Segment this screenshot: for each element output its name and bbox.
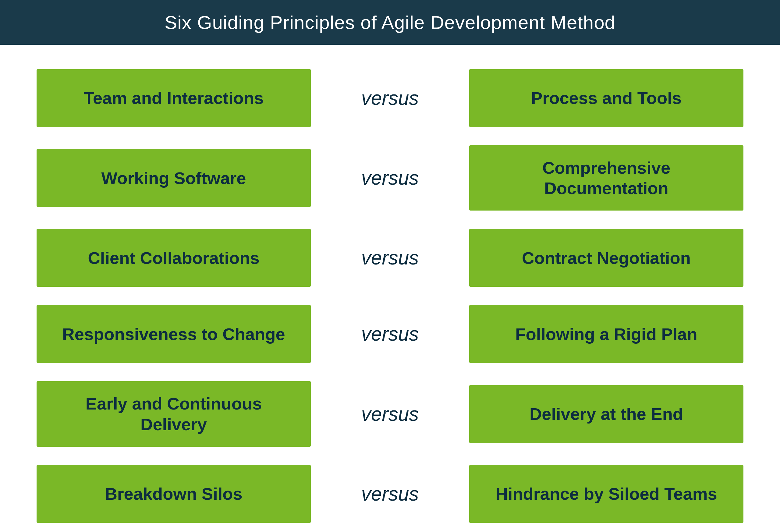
- main-content: Team and InteractionsversusProcess and T…: [0, 45, 780, 532]
- left-label-4: Responsiveness to Change: [62, 324, 285, 344]
- principle-row-2: Working SoftwareversusComprehensive Docu…: [37, 145, 743, 210]
- principle-row-5: Early and Continuous DeliveryversusDeliv…: [37, 381, 743, 446]
- principle-row-4: Responsiveness to ChangeversusFollowing …: [37, 305, 743, 363]
- right-label-6: Hindrance by Siloed Teams: [495, 484, 717, 504]
- versus-1: versus: [338, 87, 442, 109]
- principle-row-1: Team and InteractionsversusProcess and T…: [37, 69, 743, 127]
- left-label-6: Breakdown Silos: [105, 484, 242, 504]
- versus-label-4: versus: [361, 323, 419, 345]
- left-label-5: Early and Continuous Delivery: [55, 393, 293, 434]
- left-box-6: Breakdown Silos: [37, 465, 311, 523]
- versus-label-3: versus: [361, 247, 419, 269]
- versus-2: versus: [338, 167, 442, 189]
- right-box-3: Contract Negotiation: [469, 229, 743, 287]
- principle-row-6: Breakdown SilosversusHindrance by Siloed…: [37, 465, 743, 523]
- versus-6: versus: [338, 483, 442, 505]
- page-title: Six Guiding Principles of Agile Developm…: [0, 11, 780, 33]
- left-box-5: Early and Continuous Delivery: [37, 381, 311, 446]
- versus-5: versus: [338, 403, 442, 425]
- right-label-2: Comprehensive Documentation: [487, 157, 725, 198]
- right-box-1: Process and Tools: [469, 69, 743, 127]
- principle-row-3: Client CollaborationsversusContract Nego…: [37, 229, 743, 287]
- right-box-4: Following a Rigid Plan: [469, 305, 743, 363]
- right-label-1: Process and Tools: [531, 88, 682, 108]
- right-box-2: Comprehensive Documentation: [469, 145, 743, 210]
- versus-label-6: versus: [361, 483, 419, 505]
- right-box-5: Delivery at the End: [469, 385, 743, 443]
- left-box-4: Responsiveness to Change: [37, 305, 311, 363]
- right-label-4: Following a Rigid Plan: [515, 324, 697, 344]
- versus-label-1: versus: [361, 87, 419, 109]
- right-label-5: Delivery at the End: [530, 404, 683, 424]
- left-box-2: Working Software: [37, 149, 311, 207]
- versus-4: versus: [338, 323, 442, 345]
- versus-3: versus: [338, 246, 442, 269]
- left-box-3: Client Collaborations: [37, 229, 311, 287]
- left-label-1: Team and Interactions: [84, 88, 263, 108]
- left-label-3: Client Collaborations: [88, 248, 259, 268]
- left-box-1: Team and Interactions: [37, 69, 311, 127]
- page-header: Six Guiding Principles of Agile Developm…: [0, 0, 780, 45]
- right-box-6: Hindrance by Siloed Teams: [469, 465, 743, 523]
- left-label-2: Working Software: [101, 168, 246, 188]
- versus-label-5: versus: [361, 403, 419, 425]
- right-label-3: Contract Negotiation: [522, 248, 691, 268]
- versus-label-2: versus: [361, 167, 419, 189]
